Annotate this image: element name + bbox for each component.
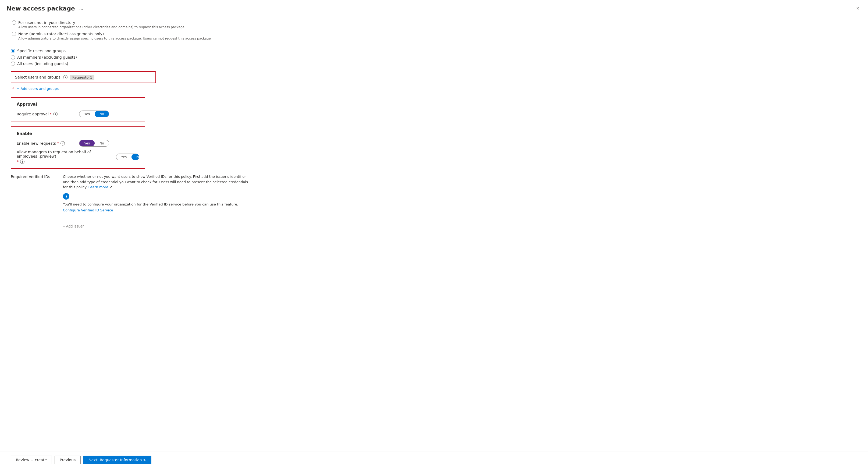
approval-title: Approval <box>17 102 139 107</box>
radio-none-direct: None (administrator direct assignments o… <box>11 32 857 40</box>
dialog-footer: Review + create Previous Next: Requestor… <box>0 451 868 468</box>
configure-link[interactable]: Configure Verified ID Service <box>63 208 113 212</box>
allow-managers-row: Allow managers to request on behalf of e… <box>17 150 139 164</box>
enable-new-requests-info-icon[interactable]: i <box>61 141 65 146</box>
verified-ids-section: Required Verified IDs Choose whether or … <box>11 174 253 230</box>
ellipsis-button[interactable]: ... <box>78 5 85 12</box>
require-approval-toggle: Yes No <box>79 111 109 117</box>
allow-managers-no-btn[interactable]: No <box>131 154 139 160</box>
next-button[interactable]: Next: Requestor Information > <box>83 456 151 464</box>
select-users-info-icon[interactable]: i <box>63 75 67 79</box>
allow-managers-info-icon[interactable]: i <box>20 159 25 164</box>
enable-section: Enable Enable new requests * i Yes No Al… <box>11 126 145 169</box>
require-approval-no-btn[interactable]: No <box>95 111 109 117</box>
enable-new-requests-yes-btn[interactable]: Yes <box>79 140 95 146</box>
radio-none-direct-desc: Allow administrators to directly assign … <box>18 37 857 40</box>
radio-specific-input[interactable] <box>11 49 15 53</box>
add-users-row: * + Add users and groups <box>12 86 857 91</box>
new-access-package-dialog: New access package ... × For users not i… <box>0 0 868 468</box>
radio-all-users-label: All users (including guests) <box>17 62 68 66</box>
enable-new-requests-toggle: Yes No <box>79 140 109 147</box>
enable-new-requests-star: * <box>57 141 59 146</box>
enable-new-requests-no-btn[interactable]: No <box>95 140 109 146</box>
previous-button[interactable]: Previous <box>55 456 81 464</box>
add-users-required-star: * <box>12 86 14 91</box>
close-button[interactable]: × <box>854 4 862 13</box>
requestor-chip[interactable]: Requestor1 <box>70 75 94 80</box>
selected-options-section: Specific users and groups All members (e… <box>11 49 857 66</box>
allow-managers-yes-btn[interactable]: Yes <box>116 154 131 160</box>
configure-msg: You'll need to configure your organizati… <box>63 202 253 206</box>
learn-more-link[interactable]: Learn more <box>89 185 108 189</box>
add-issuer-button[interactable]: + Add issuer <box>63 222 84 230</box>
radio-none-direct-input[interactable] <box>12 32 16 36</box>
radio-specific-row: Specific users and groups <box>11 49 857 53</box>
require-approval-yes-btn[interactable]: Yes <box>79 111 95 117</box>
top-radio-section: For users not in your directory Allow us… <box>11 21 857 40</box>
verified-ids-content: Choose whether or not you want users to … <box>63 174 253 230</box>
radio-specific-label: Specific users and groups <box>17 49 66 53</box>
enable-title: Enable <box>17 131 139 136</box>
add-issuer-row: + Add issuer <box>63 218 253 230</box>
enable-new-requests-row: Enable new requests * i Yes No <box>17 140 139 147</box>
radio-not-in-directory-input[interactable] <box>12 21 16 25</box>
require-approval-row: Require approval * i Yes No <box>17 111 139 117</box>
dialog-body: For users not in your directory Allow us… <box>0 15 868 451</box>
radio-all-members-row: All members (excluding guests) <box>11 55 857 59</box>
radio-not-in-directory: For users not in your directory Allow us… <box>11 21 857 29</box>
review-create-button[interactable]: Review + create <box>11 456 52 464</box>
verified-ids-label: Required Verified IDs <box>11 174 57 230</box>
radio-all-users-row: All users (including guests) <box>11 62 857 66</box>
allow-managers-label: Allow managers to request on behalf of e… <box>17 150 113 164</box>
info-circle-icon: i <box>63 193 69 199</box>
require-approval-info-icon[interactable]: i <box>53 112 58 116</box>
allow-managers-toggle: Yes No <box>116 154 139 160</box>
title-row: New access package ... <box>6 5 85 12</box>
approval-section: Approval Require approval * i Yes No <box>11 97 145 122</box>
verified-ids-desc: Choose whether or not you want users to … <box>63 174 253 190</box>
select-users-label: Select users and groups <box>15 75 61 79</box>
radio-all-members-input[interactable] <box>11 55 15 59</box>
radio-not-in-directory-desc: Allow users in connected organizations (… <box>18 25 857 29</box>
require-approval-star: * <box>50 112 52 116</box>
require-approval-label: Require approval * i <box>17 112 76 116</box>
dialog-title: New access package <box>6 5 75 12</box>
radio-all-users-input[interactable] <box>11 62 15 66</box>
radio-none-direct-label: None (administrator direct assignments o… <box>18 32 104 36</box>
dialog-header: New access package ... × <box>0 0 868 15</box>
radio-not-in-directory-label: For users not in your directory <box>18 21 75 25</box>
radio-all-members-label: All members (excluding guests) <box>17 55 77 59</box>
enable-new-requests-label: Enable new requests * i <box>17 141 76 146</box>
add-users-link[interactable]: + Add users and groups <box>17 87 59 91</box>
allow-managers-star: * <box>17 159 19 164</box>
select-users-box: Select users and groups i Requestor1 <box>11 71 156 83</box>
